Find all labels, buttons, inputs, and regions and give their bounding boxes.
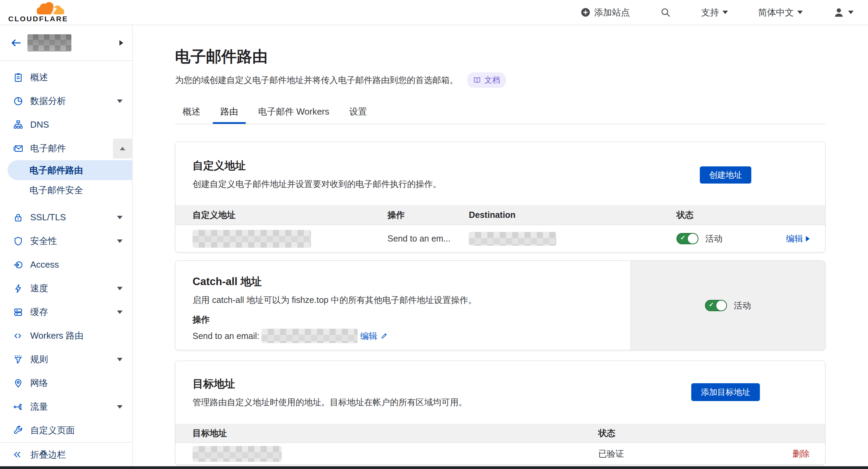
- sidebar-nav: 概述 数据分析 DNS 电子邮件 电子邮件路由: [0, 61, 132, 467]
- top-bar: CLOUDFLARE 添加站点 支持 简体中文: [0, 0, 868, 25]
- catch-all-email-redacted: [262, 329, 358, 343]
- sidebar-item-security[interactable]: 安全性: [0, 229, 132, 253]
- chevron-down-icon: [117, 405, 123, 409]
- sidebar-item-network[interactable]: 网络: [0, 371, 132, 395]
- tab-overview[interactable]: 概述: [175, 102, 208, 124]
- language-menu[interactable]: 简体中文: [758, 7, 803, 19]
- chevron-down-icon: [117, 99, 123, 103]
- cloudflare-dashboard: CLOUDFLARE 添加站点 支持 简体中文: [0, 0, 868, 469]
- column-header: 操作: [387, 209, 469, 221]
- wrench-icon: [13, 425, 23, 436]
- network-tree-icon: [13, 120, 23, 130]
- sidebar-item-speed[interactable]: 速度: [0, 277, 132, 300]
- status-toggle[interactable]: ✓: [676, 233, 698, 244]
- sidebar-item-rules[interactable]: 规则: [0, 348, 132, 371]
- cloudflare-wordmark: CLOUDFLARE: [8, 15, 67, 23]
- add-destination-button[interactable]: 添加目标地址: [691, 383, 760, 401]
- tab-email-workers[interactable]: 电子邮件 Workers: [251, 102, 337, 124]
- tab-settings[interactable]: 设置: [342, 102, 375, 124]
- email-icon: [13, 143, 23, 154]
- check-icon: ✓: [680, 234, 685, 242]
- cloudflare-cloud-icon: [34, 2, 65, 15]
- sidebar-item-overview[interactable]: 概述: [0, 66, 132, 89]
- chevron-down-icon: [797, 11, 803, 14]
- user-menu[interactable]: [833, 7, 854, 18]
- catch-all-edit-link[interactable]: 编辑: [360, 330, 388, 342]
- spacer: [0, 200, 132, 206]
- sidebar-item-email-routing[interactable]: 电子邮件路由: [8, 160, 132, 180]
- account-expand-icon[interactable]: [119, 40, 123, 46]
- catch-all-toggle[interactable]: ✓: [705, 300, 727, 311]
- column-header: 状态: [676, 209, 810, 221]
- support-menu[interactable]: 支持: [701, 7, 728, 19]
- catch-all-action-label: 操作: [193, 314, 622, 325]
- pencil-icon: [380, 332, 388, 340]
- access-icon: [13, 260, 23, 270]
- sidebar-item-dns[interactable]: DNS: [0, 113, 132, 137]
- destination-address-redacted: [193, 446, 282, 462]
- support-label: 支持: [701, 7, 719, 19]
- chevron-down-icon: [848, 11, 854, 14]
- open-book-icon: [473, 76, 481, 84]
- add-site-button[interactable]: 添加站点: [580, 7, 630, 19]
- main-content: 电子邮件路由 为您的域创建自定义电子邮件地址并将传入电子邮件路由到您的首选邮箱。…: [132, 25, 868, 466]
- catch-all-description: 启用 catch-all 地址可以为 fishze.top 中的所有其他电子邮件…: [193, 294, 622, 306]
- page-subtitle: 为您的域创建自定义电子邮件地址并将传入电子邮件路由到您的首选邮箱。: [175, 74, 458, 86]
- sidebar: 概述 数据分析 DNS 电子邮件 电子邮件路由: [0, 25, 132, 466]
- collapse-sidebar-button[interactable]: 折叠边栏: [0, 442, 132, 467]
- catch-all-status-panel: ✓ 活动: [630, 261, 825, 350]
- sidebar-item-access[interactable]: Access: [0, 253, 132, 277]
- shield-icon: [13, 236, 23, 246]
- table-row: 已验证 删除: [175, 443, 825, 465]
- sidebar-item-ssl-tls[interactable]: SSL/TLS: [0, 206, 132, 229]
- cloudflare-logo[interactable]: CLOUDFLARE: [8, 2, 67, 23]
- lightning-icon: [13, 283, 23, 294]
- catch-all-status-label: 活动: [734, 300, 751, 311]
- chevron-down-icon: [722, 11, 728, 14]
- bottom-bar: [0, 466, 868, 469]
- docs-badge[interactable]: 文档: [467, 72, 506, 88]
- chevron-down-icon: [117, 358, 123, 361]
- chevron-up-icon: [120, 147, 125, 150]
- sidebar-item-email[interactable]: 电子邮件: [0, 137, 132, 160]
- clipboard-icon: [13, 72, 23, 83]
- back-arrow-icon[interactable]: [10, 37, 22, 49]
- chevron-down-icon: [117, 216, 123, 219]
- pie-chart-icon: [13, 96, 23, 106]
- sidebar-item-custom-pages[interactable]: 自定义页面: [0, 419, 132, 442]
- sidebar-item-traffic[interactable]: 流量: [0, 395, 132, 419]
- create-address-button[interactable]: 创建地址: [700, 166, 751, 184]
- lock-icon: [13, 212, 23, 223]
- column-header: 目标地址: [193, 427, 598, 439]
- plus-circle-icon: [580, 7, 591, 17]
- column-header: Destination: [469, 210, 676, 220]
- search-icon: [660, 7, 671, 18]
- toggle-knob: [688, 234, 698, 244]
- sidebar-item-workers-routes[interactable]: Workers 路由: [0, 324, 132, 348]
- double-chevron-left-icon: [12, 449, 23, 460]
- sidebar-item-analytics[interactable]: 数据分析: [0, 89, 132, 113]
- edit-link[interactable]: 编辑: [786, 233, 810, 244]
- custom-addresses-card: 自定义地址 创建自定义电子邮件地址并设置要对收到的电子邮件执行的操作。 创建地址…: [175, 142, 825, 253]
- sidebar-item-email-security[interactable]: 电子邮件安全: [0, 180, 132, 200]
- code-brackets-icon: [13, 331, 23, 341]
- catch-all-card: Catch-all 地址 启用 catch-all 地址可以为 fishze.t…: [175, 260, 825, 350]
- collapse-section-box[interactable]: [113, 139, 132, 159]
- toggle-knob: [716, 301, 726, 310]
- sidebar-item-caching[interactable]: 缓存: [0, 300, 132, 324]
- funnel-icon: [13, 354, 23, 365]
- tab-routes[interactable]: 路由: [213, 102, 246, 124]
- table-row: Send to an em... ✓ 活动 编辑: [175, 225, 825, 252]
- cache-icon: [13, 307, 23, 317]
- status-label: 活动: [705, 233, 722, 244]
- account-name-redacted: [27, 34, 71, 51]
- page-title: 电子邮件路由: [175, 46, 868, 67]
- docs-badge-label: 文档: [484, 75, 500, 85]
- delete-link[interactable]: 删除: [792, 448, 810, 459]
- chevron-down-icon: [117, 239, 123, 243]
- catch-all-action-prefix: Send to an email:: [193, 331, 259, 341]
- search-button[interactable]: [660, 7, 671, 18]
- user-icon: [833, 7, 845, 18]
- destination-addresses-card: 目标地址 管理路由自定义地址时使用的地址。目标地址在帐户的所有区域均可用。 添加…: [175, 361, 825, 465]
- location-pin-icon: [13, 378, 23, 388]
